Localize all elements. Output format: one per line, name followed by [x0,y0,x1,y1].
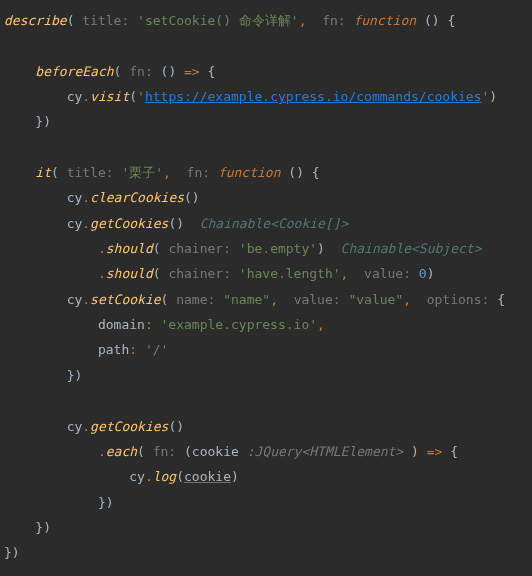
code-line: }) [4,545,20,560]
param-hint: name: [176,292,215,307]
fn-call: it [35,165,51,180]
code-line: .each( fn: (cookie :JQuery<HTMLElement> … [4,444,458,459]
type-hint: Chainable<Cookie[]> [200,216,349,231]
code-line: }) [4,520,51,535]
string-literal: 'setCookie() 命令详解' [137,13,299,28]
param-hint: chainer: [168,266,231,281]
code-line: beforeEach( fn: () => { [4,64,215,79]
code-line: describe( title: 'setCookie() 命令详解', fn:… [4,13,455,28]
code-line: }) [4,368,82,383]
string-literal: '栗子' [121,165,163,180]
method-call: getCookies [90,216,168,231]
method-call: should [106,241,153,256]
param-hint: options: [427,292,490,307]
code-line: cy.getCookies() Chainable<Cookie[]> [4,216,348,231]
method-call: getCookies [90,419,168,434]
number-literal: 0 [419,266,427,281]
keyword: function [353,13,416,28]
code-line: }) [4,114,51,129]
string-literal: "name" [223,292,270,307]
code-editor[interactable]: describe( title: 'setCookie() 命令详解', fn:… [4,8,528,566]
code-line [4,38,12,53]
string-literal: '/' [145,342,168,357]
type-hint: :JQuery<HTMLElement> [247,444,404,459]
code-line [4,140,12,155]
type-hint: Chainable<Subject> [341,241,482,256]
param-hint: chainer: [168,241,231,256]
code-line: .should( chainer: 'have.length', value: … [4,266,435,281]
param-hint: value: [364,266,411,281]
string-literal: 'have.length' [239,266,341,281]
method-call: clearCookies [90,190,184,205]
param-hint: value: [294,292,341,307]
code-line: path: '/' [4,342,168,357]
method-call: log [153,469,176,484]
method-call: setCookie [90,292,160,307]
code-line: domain: 'example.cypress.io', [4,317,325,332]
code-line: }) [4,495,114,510]
param-hint: fn: [129,64,152,79]
method-call: visit [90,89,129,104]
param-hint: title: [67,165,114,180]
string-literal: "value" [348,292,403,307]
method-call: each [106,444,137,459]
code-line: cy.log(cookie) [4,469,239,484]
param-hint: fn: [322,13,345,28]
code-line: .should( chainer: 'be.empty') Chainable<… [4,241,481,256]
param-hint: fn: [187,165,210,180]
code-line: it( title: '栗子', fn: function () { [4,165,320,180]
param-hint: title: [82,13,129,28]
param-hint: fn: [153,444,176,459]
string-literal: 'be.empty' [239,241,317,256]
url-literal: https://example.cypress.io/commands/cook… [145,89,482,104]
method-call: should [106,266,153,281]
code-line: cy.getCookies() [4,419,184,434]
identifier: cookie [184,469,231,484]
code-line: cy.visit('https://example.cypress.io/com… [4,89,497,104]
code-line: cy.clearCookies() [4,190,200,205]
fn-call: beforeEach [35,64,113,79]
string-literal: 'example.cypress.io' [161,317,318,332]
code-line: cy.setCookie( name: "name", value: "valu… [4,292,505,307]
keyword: function [218,165,281,180]
fn-call: describe [4,13,67,28]
code-line [4,393,12,408]
